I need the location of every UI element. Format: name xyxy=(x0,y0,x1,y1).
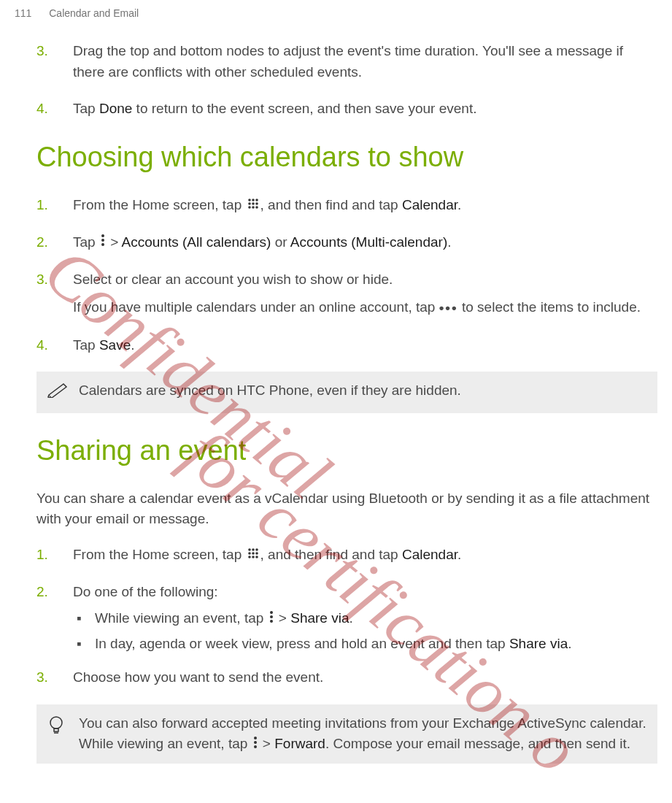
svg-point-24 xyxy=(270,620,273,623)
step-number: 1. xyxy=(36,195,73,216)
text: to select the items to include. xyxy=(458,299,641,315)
svg-point-25 xyxy=(50,717,62,729)
text: Select or clear an account you wish to s… xyxy=(73,269,657,291)
svg-point-20 xyxy=(252,556,255,559)
heading-sharing-event: Sharing an event xyxy=(36,435,657,466)
text: . xyxy=(349,610,353,626)
svg-point-16 xyxy=(248,553,251,556)
svg-point-14 xyxy=(252,549,255,552)
step-number: 3. xyxy=(36,269,73,319)
svg-point-21 xyxy=(255,556,258,559)
text: Tap xyxy=(73,101,99,116)
text: . Compose your email message, and then s… xyxy=(325,736,630,751)
svg-point-5 xyxy=(255,202,258,205)
bold-text: Accounts (All calendars) xyxy=(122,234,271,250)
note-text: Calendars are synced on HTC Phone, even … xyxy=(79,380,461,402)
text: Tap xyxy=(73,337,99,353)
svg-point-15 xyxy=(255,549,258,552)
overflow-menu-icon xyxy=(253,734,258,756)
page-header: 111 Calendar and Email xyxy=(0,0,672,19)
tip-text: You can also forward accepted meeting in… xyxy=(79,713,646,756)
svg-point-1 xyxy=(252,199,255,201)
step-number: 2. xyxy=(36,232,73,253)
svg-point-29 xyxy=(254,741,257,744)
svg-point-28 xyxy=(254,737,257,739)
step-3: 3. Select or clear an account you wish t… xyxy=(36,269,657,319)
svg-point-2 xyxy=(255,199,258,201)
step-3: 3. Drag the top and bottom nodes to adju… xyxy=(36,41,657,82)
section-title: Calendar and Email xyxy=(49,7,139,19)
svg-point-4 xyxy=(252,202,255,205)
step-2: 2. Tap > Accounts (All calendars) or Acc… xyxy=(36,232,657,253)
step-number: 4. xyxy=(36,99,73,120)
step-text: Tap Save. xyxy=(73,335,657,356)
step-text: Select or clear an account you wish to s… xyxy=(73,269,657,319)
note-box: Calendars are synced on HTC Phone, even … xyxy=(36,372,657,413)
text: . xyxy=(457,547,461,562)
step-text: Tap > Accounts (All calendars) or Accoun… xyxy=(73,232,657,253)
overflow-menu-icon xyxy=(269,609,274,630)
step-text: Drag the top and bottom nodes to adjust … xyxy=(73,41,657,82)
svg-point-23 xyxy=(270,615,273,618)
step-text: From the Home screen, tap , and then fin… xyxy=(73,195,657,216)
text: > xyxy=(259,736,275,751)
text: From the Home screen, tap xyxy=(73,547,246,562)
svg-point-0 xyxy=(248,199,251,201)
bold-text: Done xyxy=(99,101,132,116)
lightbulb-icon xyxy=(47,715,73,743)
step-4: 4. Tap Save. xyxy=(36,335,657,356)
step-3: 3. Choose how you want to send the event… xyxy=(36,667,657,688)
page-number: 111 xyxy=(15,7,31,19)
step-1: 1. From the Home screen, tap , and then … xyxy=(36,195,657,216)
svg-rect-26 xyxy=(54,729,58,731)
svg-point-3 xyxy=(248,202,251,205)
step-number: 1. xyxy=(36,545,73,566)
step-number: 3. xyxy=(36,41,73,82)
bullet-mark: ▪ xyxy=(77,608,95,629)
step-text: Do one of the following: xyxy=(73,582,657,603)
text-line: If you have multiple calendars under an … xyxy=(73,297,657,318)
svg-point-17 xyxy=(252,553,255,556)
heading-choosing-calendars: Choosing which calendars to show xyxy=(36,142,657,173)
text: , and then find and tap xyxy=(260,547,402,562)
tip-box: You can also forward accepted meeting in… xyxy=(36,704,657,764)
svg-point-18 xyxy=(255,553,258,556)
text: . xyxy=(568,636,571,651)
bullet-mark: ▪ xyxy=(77,634,95,655)
page-content: 3. Drag the top and bottom nodes to adju… xyxy=(0,19,672,764)
bullet-item: ▪ In day, agenda or week view, press and… xyxy=(77,634,657,655)
step-number: 3. xyxy=(36,667,73,688)
overflow-menu-icon xyxy=(101,232,105,253)
text: While viewing an event, tap xyxy=(95,610,268,626)
step-number: 2. xyxy=(36,582,73,603)
pen-icon xyxy=(47,382,73,404)
text: From the Home screen, tap xyxy=(73,197,246,212)
bold-text: Forward xyxy=(274,736,325,751)
step-4: 4. Tap Done to return to the event scree… xyxy=(36,99,657,120)
text: . xyxy=(457,197,461,212)
step-text: From the Home screen, tap , and then fin… xyxy=(73,545,657,566)
svg-point-6 xyxy=(248,206,251,209)
step-text: Choose how you want to send the event. xyxy=(73,667,657,688)
svg-point-11 xyxy=(101,243,104,246)
text: , and then find and tap xyxy=(260,197,402,212)
text: Tap xyxy=(73,234,99,250)
intro-text: You can share a calendar event as a vCal… xyxy=(36,488,657,530)
bullet-text: While viewing an event, tap > Share via. xyxy=(95,608,353,629)
bold-text: Share via xyxy=(509,636,568,651)
bold-text: Calendar xyxy=(402,547,457,562)
bold-text: Save xyxy=(99,337,131,353)
bold-text: Accounts (Multi-calendar) xyxy=(290,234,447,250)
text: If you have multiple calendars under an … xyxy=(73,299,439,315)
step-1: 1. From the Home screen, tap , and then … xyxy=(36,545,657,566)
bullet-text: In day, agenda or week view, press and h… xyxy=(95,634,572,655)
svg-point-10 xyxy=(101,239,104,242)
text: or xyxy=(271,234,290,250)
bold-text: Calendar xyxy=(402,197,457,212)
svg-point-9 xyxy=(101,234,104,237)
step-2: 2. Do one of the following: xyxy=(36,582,657,603)
svg-point-22 xyxy=(270,611,273,614)
text: In day, agenda or week view, press and h… xyxy=(95,636,509,651)
svg-point-7 xyxy=(252,206,255,209)
svg-point-19 xyxy=(248,556,251,559)
